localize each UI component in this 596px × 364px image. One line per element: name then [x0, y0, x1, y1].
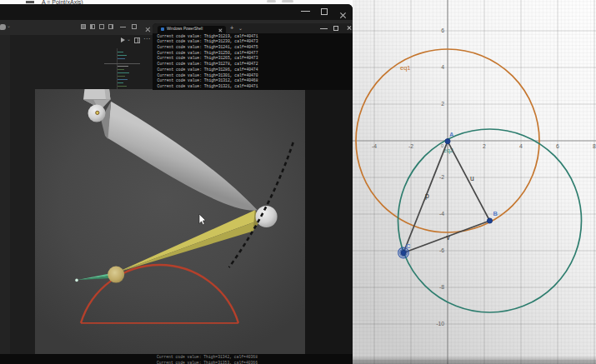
svg-text:2: 2: [483, 143, 486, 149]
svg-text:4: 4: [441, 64, 444, 70]
svg-text:u: u: [470, 174, 474, 182]
svg-text:p: p: [425, 192, 429, 200]
svg-text:4: 4: [519, 143, 523, 149]
svg-text:C: C: [406, 242, 411, 250]
svg-text:2: 2: [441, 101, 444, 107]
svg-text:-2: -2: [439, 174, 444, 180]
svg-text:-8: -8: [439, 284, 444, 290]
svg-text:-4: -4: [439, 211, 444, 217]
svg-text:6: 6: [441, 27, 444, 33]
svg-text:-4: -4: [372, 143, 377, 149]
svg-text:A: A: [449, 131, 454, 138]
svg-text:-2: -2: [408, 143, 413, 149]
svg-text:6: 6: [556, 143, 559, 149]
svg-text:0: 0: [441, 143, 443, 148]
svg-text:B: B: [493, 210, 498, 217]
svg-text:-10: -10: [436, 321, 444, 327]
svg-text:eq1: eq1: [400, 64, 411, 72]
svg-text:8: 8: [593, 143, 596, 149]
svg-text:-6: -6: [439, 247, 444, 253]
